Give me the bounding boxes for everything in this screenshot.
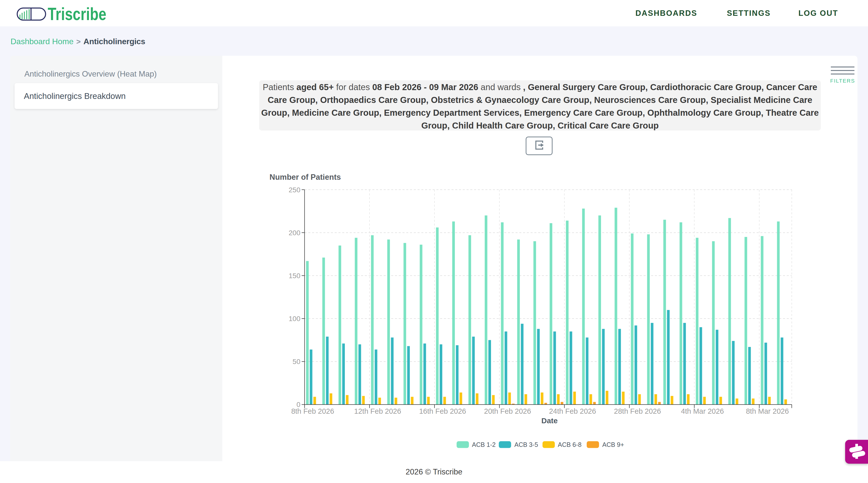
- svg-text:8th Feb 2026: 8th Feb 2026: [291, 407, 334, 415]
- svg-text:Date: Date: [541, 416, 558, 425]
- svg-text:Number of Patients: Number of Patients: [270, 173, 341, 182]
- svg-text:ACB 6-8: ACB 6-8: [558, 441, 582, 448]
- svg-text:ACB 3-5: ACB 3-5: [515, 441, 538, 448]
- svg-text:28th Feb 2026: 28th Feb 2026: [614, 407, 661, 415]
- svg-text:100: 100: [288, 315, 300, 323]
- svg-text:24th Feb 2026: 24th Feb 2026: [549, 407, 596, 415]
- svg-text:16th Feb 2026: 16th Feb 2026: [419, 407, 466, 415]
- svg-text:4th Mar 2026: 4th Mar 2026: [681, 407, 724, 415]
- svg-text:20th Feb 2026: 20th Feb 2026: [484, 407, 531, 415]
- svg-text:ACB 1-2: ACB 1-2: [472, 441, 496, 448]
- svg-text:50: 50: [292, 358, 300, 365]
- svg-text:200: 200: [288, 229, 300, 237]
- svg-text:150: 150: [288, 272, 300, 280]
- svg-text:12th Feb 2026: 12th Feb 2026: [354, 407, 401, 415]
- svg-text:8th Mar 2026: 8th Mar 2026: [746, 407, 789, 415]
- svg-text:250: 250: [288, 186, 300, 194]
- svg-text:ACB 9+: ACB 9+: [602, 441, 624, 448]
